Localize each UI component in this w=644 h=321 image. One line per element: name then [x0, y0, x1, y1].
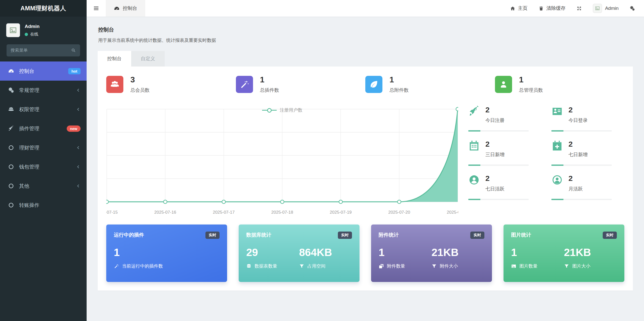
- users-icon: [8, 106, 14, 112]
- sidebar-item-wallet[interactable]: 钱包管理: [0, 157, 87, 176]
- summary-cards: 运行中的插件 实时 1 当前运行中的插件数 数据库统计 实时: [106, 224, 624, 282]
- sidebar-item-general[interactable]: 常规管理: [0, 81, 87, 100]
- card-label: 附件大小: [440, 263, 458, 269]
- mini-stat-value: 2: [568, 106, 588, 114]
- user-status-label: 在线: [30, 32, 38, 37]
- avatar[interactable]: [6, 23, 20, 37]
- clear-cache-link[interactable]: 清除缓存: [539, 5, 565, 12]
- mini-stat-7day-new: 2 七日新增: [551, 140, 624, 166]
- middle-row: 注册用户数 2025-07-152025-07-162025-07-172025…: [106, 106, 624, 219]
- mini-stat-label: 七日活跃: [485, 186, 505, 192]
- settings-button[interactable]: [630, 6, 635, 11]
- card-value: 21KB: [432, 246, 484, 259]
- gauge-icon: [8, 68, 14, 74]
- mini-stat-value: 2: [568, 174, 583, 183]
- database-icon: [246, 264, 252, 269]
- topbar-tab-label: 控制台: [123, 5, 137, 12]
- tab-custom[interactable]: 自定义: [131, 51, 165, 67]
- realtime-badge: 实时: [338, 232, 352, 239]
- registrations-chart[interactable]: 注册用户数 2025-07-152025-07-162025-07-172025…: [106, 106, 458, 219]
- stat-value: 1: [519, 75, 543, 84]
- topbar-right: 主页 清除缓存 Admin: [510, 4, 644, 13]
- stat-label: 总附件数: [389, 87, 409, 93]
- card-running-plugins[interactable]: 运行中的插件 实时 1 当前运行中的插件数: [106, 224, 227, 282]
- home-link[interactable]: 主页: [510, 5, 527, 12]
- card-label: 数据表数量: [255, 263, 277, 269]
- clear-cache-label: 清除缓存: [546, 5, 565, 12]
- chart-plot-area: [106, 106, 458, 208]
- search-input[interactable]: [11, 48, 71, 53]
- rocket-icon: [8, 125, 14, 132]
- magic-wand-icon: [236, 76, 253, 93]
- sidebar-item-transfer[interactable]: 转账操作: [0, 196, 87, 215]
- card-label: 当前运行中的插件数: [122, 263, 163, 269]
- image-placeholder-icon: [595, 6, 600, 11]
- chart-x-axis-labels: 2025-07-152025-07-162025-07-172025-07-18…: [106, 210, 458, 218]
- main-content: 控制台 用于展示当前系统中的统计数据、统计报表及重要实时数据 控制台 自定义 3…: [87, 17, 644, 321]
- mini-stat-today-login: 2 今日登录: [551, 106, 624, 132]
- user-name: Admin: [25, 24, 40, 29]
- sidebar-item-other[interactable]: 其他: [0, 176, 87, 196]
- chevron-left-icon: [76, 88, 81, 92]
- sidebar-item-console[interactable]: 控制台 hot: [0, 61, 87, 81]
- card-label: 占用空间: [307, 263, 326, 269]
- stat-total-members: 3 总会员数: [106, 75, 236, 93]
- card-database-stats[interactable]: 数据库统计 实时 29 数据表数量 864KB 占用空间: [239, 224, 360, 282]
- circle-icon: [8, 183, 14, 189]
- stat-total-attachments: 1 总附件数: [365, 75, 495, 93]
- topbar-user-menu[interactable]: Admin: [593, 4, 619, 13]
- card-label: 附件数量: [387, 263, 405, 269]
- progress-bar: [468, 199, 529, 200]
- progress-bar: [468, 165, 529, 166]
- filter-icon: [432, 264, 437, 269]
- page-subtitle: 用于展示当前系统中的统计数据、统计报表及重要实时数据: [98, 37, 632, 43]
- user-status: 在线: [25, 32, 40, 37]
- card-value: 1: [379, 246, 432, 259]
- topbar-tab-console[interactable]: 控制台: [106, 0, 145, 17]
- hamburger-menu-icon[interactable]: [87, 0, 106, 17]
- fullscreen-button[interactable]: [577, 6, 582, 11]
- calendar-plus-icon: [551, 140, 563, 158]
- card-value: 21KB: [564, 246, 617, 259]
- card-image-stats[interactable]: 图片统计 实时 1 图片数量 21KB 图片大小: [504, 224, 624, 282]
- card-attachment-stats[interactable]: 附件统计 实时 1 附件数量 21KB 附件大小: [371, 224, 492, 282]
- app-logo[interactable]: AMM理财机器人: [0, 0, 87, 17]
- mini-stat-label: 月活跃: [568, 186, 583, 192]
- card-title: 附件统计: [379, 232, 399, 238]
- sidebar-item-plugins[interactable]: 插件管理 new: [0, 119, 87, 138]
- dashboard-app: AMM理财机器人 Admin 在线 控制台 hot 常: [0, 0, 644, 321]
- sidebar-item-label: 控制台: [19, 68, 34, 75]
- sidebar-item-label: 转账操作: [19, 202, 39, 209]
- x-tick-label: 2025-07-17: [213, 210, 235, 215]
- hot-badge: hot: [68, 68, 81, 74]
- legend-label: 注册用户数: [280, 107, 302, 113]
- mini-stat-label: 七日新增: [568, 151, 588, 158]
- circle-icon: [8, 164, 14, 170]
- legend-marker-icon: [262, 108, 277, 112]
- mini-stat-value: 2: [485, 140, 505, 148]
- card-label: 图片大小: [572, 263, 590, 269]
- chevron-left-icon: [76, 145, 81, 150]
- card-label: 图片数量: [519, 263, 538, 269]
- filter-icon: [299, 264, 304, 269]
- magic-wand-icon: [114, 264, 119, 269]
- search-icon[interactable]: [71, 48, 76, 53]
- card-title: 运行中的插件: [114, 232, 144, 238]
- cogs-icon: [8, 87, 14, 93]
- topbar-user-name: Admin: [605, 6, 619, 11]
- chart-legend[interactable]: 注册用户数: [262, 107, 302, 113]
- sidebar-menu: 控制台 hot 常规管理 权限管理 插件管理 new 理财管理: [0, 61, 87, 215]
- sidebar-item-permissions[interactable]: 权限管理: [0, 100, 87, 119]
- progress-bar: [551, 165, 612, 166]
- stat-label: 总插件数: [260, 87, 279, 93]
- card-title: 数据库统计: [246, 232, 271, 238]
- tab-console[interactable]: 控制台: [98, 51, 131, 67]
- expand-icon: [577, 6, 582, 11]
- home-label: 主页: [518, 5, 527, 12]
- mini-stat-month-active: 2 月活跃: [551, 174, 624, 200]
- sidebar-item-finance[interactable]: 理财管理: [0, 138, 87, 157]
- stats-row: 3 总会员数 1 总插件数 1 总附件数 1: [106, 75, 624, 93]
- new-badge: new: [67, 125, 81, 132]
- realtime-badge: 实时: [205, 232, 220, 239]
- online-dot-icon: [25, 33, 28, 36]
